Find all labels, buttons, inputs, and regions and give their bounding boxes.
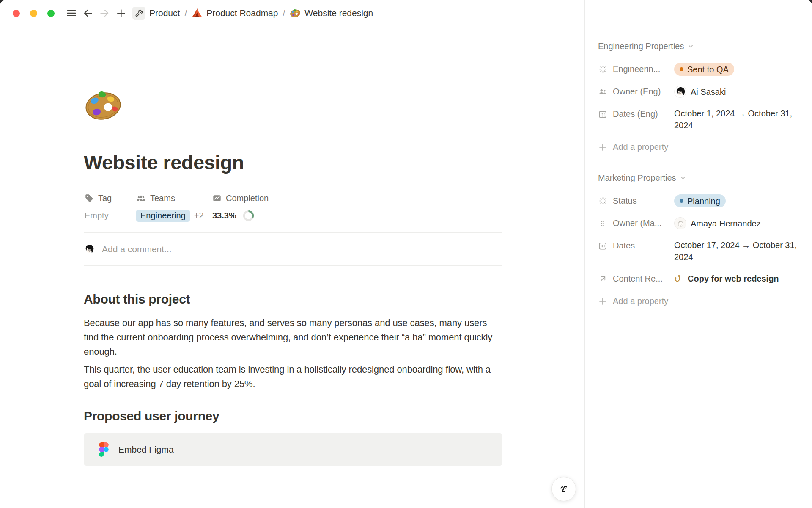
tag-icon: [85, 193, 94, 203]
figma-logo-icon: [99, 442, 109, 457]
completion-progress-ring: [242, 210, 255, 222]
calendar-icon: [598, 110, 607, 119]
plus-icon: [598, 297, 607, 306]
completion-chart-icon: [212, 193, 222, 203]
ai-face-icon: [557, 483, 570, 495]
property-row-mkt-dates[interactable]: Dates October 17, 2024 → October 31, 202…: [598, 239, 802, 263]
plus-icon: [598, 143, 607, 152]
notion-window: Product / Product Roadmap /: [0, 0, 812, 508]
status-dot: [680, 199, 683, 203]
chevron-down-icon: [687, 42, 694, 50]
comment-input[interactable]: Add a comment...: [102, 244, 172, 254]
page-content: Website redesign Tag Empty: [84, 0, 502, 508]
page-properties: Tag Empty Teams: [84, 193, 502, 226]
menu-icon[interactable]: [65, 6, 78, 20]
section-heading-about[interactable]: About this project: [84, 292, 190, 306]
property-row-content-relation[interactable]: Content Re... Copy for web redesign: [598, 272, 802, 285]
date-range: October 1, 2024 → October 31, 2024: [674, 108, 802, 131]
traffic-lights: [13, 10, 55, 17]
paragraph[interactable]: Because our app has so many features, an…: [84, 316, 502, 359]
property-completion[interactable]: Completion 33.3%: [212, 193, 269, 222]
property-label: Dates (Eng): [613, 109, 658, 119]
section-title: Marketing Properties: [598, 173, 676, 183]
drag-handle-icon: [598, 219, 607, 228]
property-tag[interactable]: Tag Empty: [85, 193, 112, 222]
relation-link[interactable]: Copy for web redesign: [688, 273, 779, 285]
status-burst-icon: [598, 65, 607, 74]
property-row-eng-status[interactable]: Engineerin... Sent to QA: [598, 63, 802, 76]
avatar-ai-sasaki: [674, 86, 686, 98]
people-icon: [598, 87, 607, 97]
team-chip-engineering[interactable]: Engineering: [136, 210, 190, 222]
property-row-eng-owner[interactable]: Owner (Eng) Ai Sasaki: [598, 85, 802, 98]
add-property-button[interactable]: Add a property: [598, 141, 802, 154]
completion-percent: 33.3%: [212, 211, 236, 221]
page-icon-palette[interactable]: [84, 86, 123, 124]
avatar: [84, 243, 96, 255]
status-dot: [680, 67, 683, 71]
add-property-button[interactable]: Add a property: [598, 295, 802, 308]
section-engineering-properties[interactable]: Engineering Properties: [598, 41, 802, 52]
status-chip-planning[interactable]: Planning: [674, 194, 726, 207]
avatar-amaya-hernandez: [674, 217, 686, 229]
page-title[interactable]: Website redesign: [84, 151, 244, 174]
arrow-up-right-icon: [598, 274, 607, 283]
section-marketing-properties[interactable]: Marketing Properties: [598, 172, 802, 183]
chevron-down-icon: [679, 174, 687, 182]
property-label: Content Re...: [613, 274, 663, 284]
property-value-empty: Empty: [85, 211, 109, 221]
figma-embed-placeholder[interactable]: Embed Figma: [84, 433, 502, 466]
properties-panel: Engineering Properties Engineerin... Sen: [584, 0, 812, 508]
property-label: Engineerin...: [613, 64, 660, 74]
property-row-mkt-owner[interactable]: Owner (Ma... Amaya Hernandez: [598, 217, 802, 230]
section-heading-journey[interactable]: Proposed user journey: [84, 409, 219, 423]
minimize-window-button[interactable]: [30, 10, 37, 17]
notion-ai-button[interactable]: [551, 477, 576, 501]
property-label: Dates: [613, 241, 635, 251]
teams-more-count[interactable]: +2: [194, 211, 204, 221]
paragraph[interactable]: This quarter, the user education team is…: [84, 362, 502, 391]
status-chip-sent-to-qa[interactable]: Sent to QA: [674, 63, 734, 76]
property-label: Teams: [150, 193, 175, 203]
close-window-button[interactable]: [13, 10, 20, 17]
add-comment-row[interactable]: Add a comment...: [84, 232, 502, 266]
status-burst-icon: [598, 196, 607, 205]
embed-figma-label: Embed Figma: [118, 444, 174, 455]
teams-icon: [136, 193, 146, 203]
date-range: October 17, 2024 → October 31, 2024: [674, 239, 802, 263]
property-label: Status: [613, 196, 637, 206]
property-label: Tag: [98, 193, 112, 203]
property-teams[interactable]: Teams Engineering +2: [136, 193, 204, 222]
property-row-status[interactable]: Status Planning: [598, 194, 802, 207]
zoom-window-button[interactable]: [47, 10, 55, 17]
property-label: Owner (Eng): [613, 87, 661, 97]
owner-name: Amaya Hernandez: [691, 218, 761, 229]
calendar-icon: [598, 241, 607, 251]
property-label: Completion: [226, 193, 269, 203]
hook-icon: [674, 274, 683, 284]
property-row-eng-dates[interactable]: Dates (Eng) October 1, 2024 → October 31…: [598, 108, 802, 131]
section-title: Engineering Properties: [598, 41, 684, 51]
property-label: Owner (Ma...: [613, 218, 662, 228]
owner-name: Ai Sasaki: [691, 86, 726, 98]
